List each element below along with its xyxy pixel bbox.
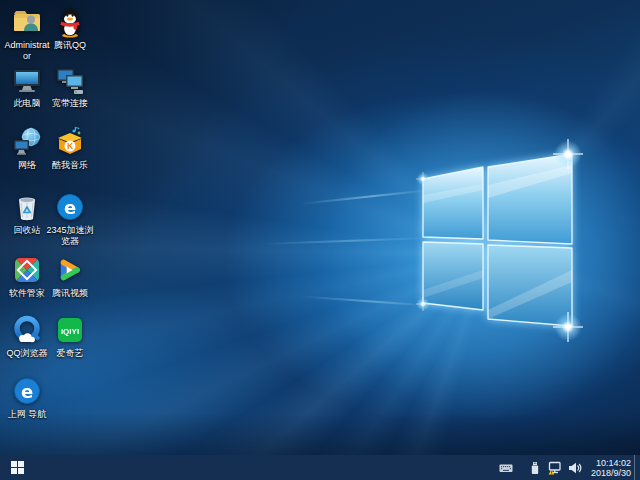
recycle-bin-icon [11,191,43,223]
icon-label: 酷我音乐 [46,160,94,171]
desktop-icon-tencent-qq[interactable]: 腾讯QQ [46,6,94,51]
touch-keyboard-icon[interactable] [499,461,513,475]
network-globe-icon [11,126,43,158]
system-tray: 10:14:02 2018/9/30 [496,455,640,480]
broadband-connection-icon [54,64,86,96]
screen: Administrator 腾讯QQ 此电脑 [0,0,640,480]
software-manager-icon [11,254,43,286]
sparkle-glint [553,312,583,342]
icon-label: 上网 导航 [3,409,51,420]
desktop-icon-network[interactable]: 网络 [3,126,51,171]
icon-label: QQ浏览器 [3,348,51,359]
svg-text:e: e [64,197,76,218]
sparkle-glint [553,139,583,169]
icon-label: Administrator [3,40,51,62]
show-desktop-button[interactable] [634,455,640,480]
tencent-video-icon [54,254,86,286]
icon-label: 此电脑 [3,98,51,109]
desktop-icon-2345-browser[interactable]: e 2345加速浏览器 [46,191,94,247]
desktop-icon-kuwo-music[interactable]: K 酷我音乐 [46,126,94,171]
desktop-icon-qq-browser[interactable]: QQ浏览器 [3,314,51,359]
svg-text:iQIYI: iQIYI [61,327,79,336]
sparkle-glint [416,172,430,186]
icon-label: 腾讯QQ [46,40,94,51]
desktop-icon-administrator[interactable]: Administrator [3,6,51,62]
usb-device-icon[interactable] [528,461,542,475]
qq-browser-icon [11,314,43,346]
kuwo-music-icon: K [54,126,86,158]
network-warning-icon[interactable] [548,461,562,475]
desktop-icon-this-pc[interactable]: 此电脑 [3,64,51,109]
desktop-icon-software-manager[interactable]: 软件管家 [3,254,51,299]
icon-label: 软件管家 [3,288,51,299]
computer-icon [11,64,43,96]
icon-label: 2345加速浏览器 [46,225,94,247]
clock-time: 10:14:02 [591,458,631,468]
desktop-icon-tencent-video[interactable]: 腾讯视频 [46,254,94,299]
desktop-icon-iqiyi[interactable]: iQIYI 爱奇艺 [46,314,94,359]
desktop-icon-surf-nav[interactable]: e 上网 导航 [3,375,51,420]
icon-label: 网络 [3,160,51,171]
icon-label: 回收站 [3,225,51,236]
taskbar: 10:14:02 2018/9/30 [0,455,640,480]
surf-nav-browser-icon: e [11,375,43,407]
start-button[interactable] [0,455,34,480]
desktop-icon-broadband[interactable]: 宽带连接 [46,64,94,109]
user-folder-icon [11,6,43,38]
taskbar-clock[interactable]: 10:14:02 2018/9/30 [591,458,631,478]
windows-logo-wallpaper [410,140,585,340]
clock-date: 2018/9/30 [591,468,631,478]
icon-label: 爱奇艺 [46,348,94,359]
svg-text:e: e [21,381,33,402]
windows-start-icon [11,461,24,474]
sparkle-glint [416,297,430,311]
2345-browser-icon: e [54,191,86,223]
qq-penguin-icon [54,6,86,38]
svg-text:K: K [67,141,74,151]
icon-label: 宽带连接 [46,98,94,109]
iqiyi-icon: iQIYI [54,314,86,346]
desktop-icon-recycle-bin[interactable]: 回收站 [3,191,51,236]
icon-label: 腾讯视频 [46,288,94,299]
volume-icon[interactable] [568,461,582,475]
